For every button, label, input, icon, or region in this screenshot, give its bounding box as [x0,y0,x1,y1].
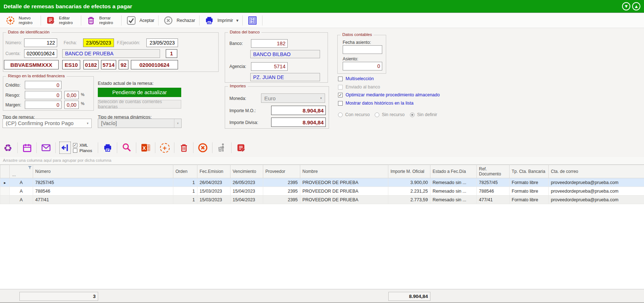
cell-nombre[interactable]: PROVEEDOR DE PRUEBA [300,196,388,204]
con-recurso-radio[interactable]: Con recurso [338,112,370,117]
asiento-field[interactable]: 0 [343,62,382,70]
cell-proveedor[interactable]: 2395 [263,187,300,196]
cell-numero[interactable]: 788546 [33,187,173,196]
cell-nombre[interactable]: PROVEEDOR DE PRUEBA [300,178,388,187]
iban-country-field[interactable]: ES10 [62,60,80,69]
calendar-button[interactable] [21,142,33,154]
reject-button[interactable]: Rechazar [159,13,198,28]
cell-ref[interactable]: 477/41 [477,196,510,204]
cell-ref[interactable]: 78257/45 [477,178,510,187]
export-excel-button[interactable]: X [140,142,151,154]
iban-check-field[interactable]: 92 [119,60,128,69]
fejecucion-field[interactable]: 23/05/2023 [146,38,178,47]
cell-orden[interactable]: 1 [173,187,197,196]
cell-orden[interactable]: 1 [173,196,197,204]
control-digit-field[interactable]: 1 [166,49,177,58]
edit-record-button[interactable]: Editar registro [42,13,80,28]
cell-tp-cta[interactable]: Formato libre [510,187,549,196]
iban-account-field[interactable]: 0200010624 [131,60,178,69]
exit-button[interactable] [59,142,71,154]
filter-funnel-icon[interactable] [28,166,32,169]
cell-estado[interactable]: Remesado sin ... [430,187,477,196]
grid-row[interactable]: A 788546 1 15/03/2023 15/04/2023 2395 PR… [0,187,644,196]
add-line-button[interactable]: + [159,142,170,154]
column-header-tp-cta[interactable]: Tp. Cta. Bancaria [510,165,549,178]
column-header-importe[interactable]: Importe M. Oficial [388,165,430,178]
sin-definir-radio[interactable]: Sin definir [410,112,437,117]
planos-checkbox[interactable]: Planos [73,148,92,153]
collapse-up-button[interactable]: ▲ [632,2,640,10]
cell-numero[interactable]: 477/41 [33,196,173,204]
riesgo-field[interactable]: 0 [25,91,61,99]
cell-vencimiento[interactable]: 15/04/2023 [230,187,263,196]
agencia-field[interactable]: 5714 [251,62,288,71]
collapse-down-button[interactable]: ▼ [622,2,630,10]
cell-fec-emision[interactable]: 26/04/2023 [197,178,230,187]
column-header-vencimiento[interactable]: Vencimiento [230,165,263,178]
cell-tp-cta[interactable]: Formato libre [510,196,549,204]
cell-vencimiento[interactable]: 26/05/2023 [230,178,263,187]
calculator-grid-button[interactable] [243,13,261,28]
cell-estado[interactable]: Remesado sin ... [430,178,477,187]
print-list-button[interactable] [102,142,113,154]
cell-nombre[interactable]: PROVEEDOR DE PRUEBA [300,187,388,196]
accept-button[interactable]: Aceptar [122,13,157,28]
cell-tipo[interactable]: A [10,187,33,196]
cell-orden[interactable]: 1 [173,178,197,187]
cell-estado[interactable]: Remesado sin ... [430,196,477,204]
importe-divisa-field[interactable]: 8.904,84 [271,118,326,127]
column-header-fec-emision[interactable]: Fec.Emision [197,165,230,178]
cell-importe[interactable]: 2.231,25 [388,187,430,196]
cancel-button[interactable] [197,142,209,154]
cell-importe[interactable]: 2.773,59 [388,196,430,204]
search-button[interactable] [121,142,132,154]
grid-row[interactable]: A 477/41 1 15/03/2023 15/04/2023 2395 PR… [0,196,644,204]
enviado-banco-checkbox[interactable]: Enviado al banco [338,84,380,89]
tipo-remesa-dropdown[interactable]: (CP) Confirming Pronto Pago ▾ [3,119,92,128]
cell-correo[interactable]: proveedordeprueba@prueba.com [549,187,644,196]
column-header-numero[interactable]: Número [33,165,173,178]
column-header-ref[interactable]: Ref. Documento [477,165,510,178]
historicos-checkbox[interactable]: Mostrar datos históricos en la lista [338,101,414,106]
grid-row-selected[interactable]: ▸ A 78257/45 1 26/04/2023 26/05/2023 239… [0,178,644,187]
importe-mo-field[interactable]: 8.904,84 [271,106,326,115]
print-button[interactable]: Imprimir ▼ [200,13,242,28]
cell-correo[interactable]: proveedordeprueba@prueba.com [549,178,644,187]
group-by-bar[interactable]: Arrastre una columna aquí para agrupar p… [0,157,644,165]
column-header-correo[interactable]: Cta. de correo [549,165,644,178]
sin-recurso-radio[interactable]: Sin recurso [375,112,405,117]
new-record-button[interactable]: Nuevo registro [1,13,40,28]
cell-vencimiento[interactable]: 15/04/2023 [230,196,263,204]
fecha-asiento-field[interactable] [343,45,382,54]
cell-fec-emision[interactable]: 15/03/2023 [197,196,230,204]
banco-codigo-field[interactable]: 182 [251,39,288,48]
cuenta-field[interactable]: 0200010624 [24,49,57,58]
riesgo-pct-field[interactable]: 0,00 [64,91,79,99]
iban-bank-field[interactable]: 0182 [83,60,99,69]
email-button[interactable] [40,142,52,154]
moneda-dropdown[interactable]: Euro ▾ [261,93,325,103]
print-dropdown-arrow-icon[interactable]: ▼ [236,19,238,22]
cell-numero[interactable]: 78257/45 [33,178,173,187]
cell-ref[interactable]: 788546 [477,187,510,196]
margen-field[interactable]: 0 [25,101,61,109]
fecha-field[interactable]: 23/05/2023 [83,38,114,47]
cell-tipo[interactable]: A [10,196,33,204]
cell-tipo[interactable]: A [10,178,33,187]
delete-record-button[interactable]: Borrar registro [82,13,120,28]
margen-pct-field[interactable]: 0,00 [64,101,79,109]
discard-button[interactable] [216,142,228,154]
cell-proveedor[interactable]: 2395 [263,196,300,204]
cell-fec-emision[interactable]: 15/03/2023 [197,187,230,196]
numero-field[interactable]: 122 [24,38,57,47]
cell-tp-cta[interactable]: Formato libre [510,178,549,187]
edit-line-button[interactable] [235,142,247,154]
column-header-proveedor[interactable]: Proveedor [263,165,300,178]
optimizar-checkbox[interactable]: Optimizar mediante procedimiento almacen… [338,92,440,97]
seleccion-cuentas-button[interactable]: Selección de cuentas corrientes bancaria… [98,100,181,109]
column-header-estado[interactable]: Estado a Fec.Día [430,165,477,178]
column-header-orden[interactable]: Orden [173,165,197,178]
credito-field[interactable]: 0 [25,81,61,89]
refresh-recycle-button[interactable]: ♻ [2,142,14,154]
filter-column-header[interactable]: ... [10,165,33,178]
